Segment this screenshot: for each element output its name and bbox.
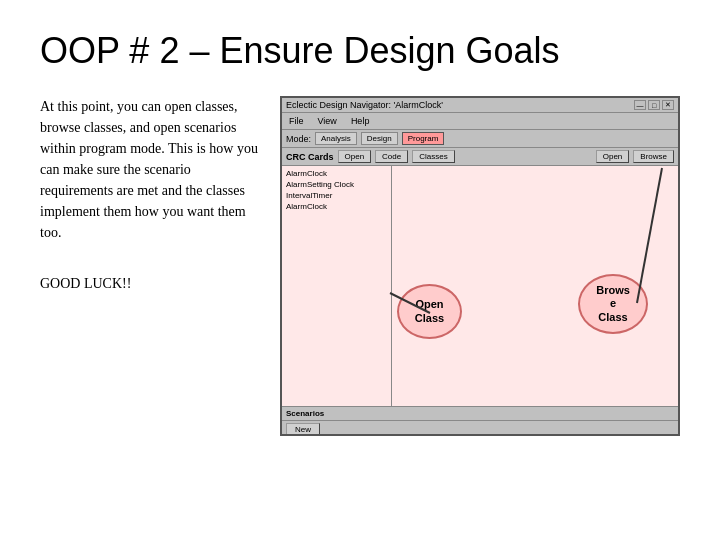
crc-cards-label: CRC Cards: [286, 152, 334, 162]
menu-bar: File View Help: [282, 113, 678, 130]
main-content: AlarmClock AlarmSetting Clock IntervalTi…: [282, 166, 678, 406]
menu-help[interactable]: Help: [348, 115, 373, 127]
left-text-panel: At this point, you can open classes, bro…: [40, 96, 260, 314]
new-btn-row: New: [282, 421, 678, 436]
mode-bar: Mode: Analysis Design Program: [282, 130, 678, 148]
mode-design[interactable]: Design: [361, 132, 398, 145]
window-controls: — □ ✕: [634, 100, 674, 110]
class-item-alarmclock2[interactable]: AlarmClock: [284, 201, 389, 212]
description-text: At this point, you can open classes, bro…: [40, 96, 260, 243]
code-button[interactable]: Code: [375, 150, 408, 163]
browse-button[interactable]: Browse: [633, 150, 674, 163]
mode-program[interactable]: Program: [402, 132, 445, 145]
menu-file[interactable]: File: [286, 115, 307, 127]
classes-button[interactable]: Classes: [412, 150, 454, 163]
right-panel: [392, 166, 678, 406]
scenarios-label: Scenarios: [286, 409, 324, 418]
slide: OOP # 2 – Ensure Design Goals At this po…: [0, 0, 720, 540]
class-item-alarmclock[interactable]: AlarmClock: [284, 168, 389, 179]
open-button[interactable]: Open: [338, 150, 372, 163]
new-scenario-button[interactable]: New: [286, 423, 320, 436]
screenshot-window: Eclectic Design Navigator: 'AlarmClock' …: [280, 96, 680, 436]
class-item-intervaltimer[interactable]: IntervalTimer: [284, 190, 389, 201]
class-list-panel: AlarmClock AlarmSetting Clock IntervalTi…: [282, 166, 392, 406]
mode-label: Mode:: [286, 134, 311, 144]
window-title: Eclectic Design Navigator: 'AlarmClock': [286, 100, 443, 110]
scenarios-header: Scenarios: [282, 407, 678, 421]
menu-view[interactable]: View: [315, 115, 340, 127]
mode-analysis[interactable]: Analysis: [315, 132, 357, 145]
toolbar: CRC Cards Open Code Classes Open Browse: [282, 148, 678, 166]
page-title: OOP # 2 – Ensure Design Goals: [40, 30, 680, 72]
minimize-button[interactable]: —: [634, 100, 646, 110]
window-titlebar: Eclectic Design Navigator: 'AlarmClock' …: [282, 98, 678, 113]
close-button[interactable]: ✕: [662, 100, 674, 110]
content-area: At this point, you can open classes, bro…: [40, 96, 680, 436]
good-luck-text: GOOD LUCK!!: [40, 273, 260, 294]
scenarios-section: Scenarios New Change Alarm Create Alarm …: [282, 406, 678, 436]
open-right-button[interactable]: Open: [596, 150, 630, 163]
maximize-button[interactable]: □: [648, 100, 660, 110]
class-item-alarmsetting[interactable]: AlarmSetting Clock: [284, 179, 389, 190]
